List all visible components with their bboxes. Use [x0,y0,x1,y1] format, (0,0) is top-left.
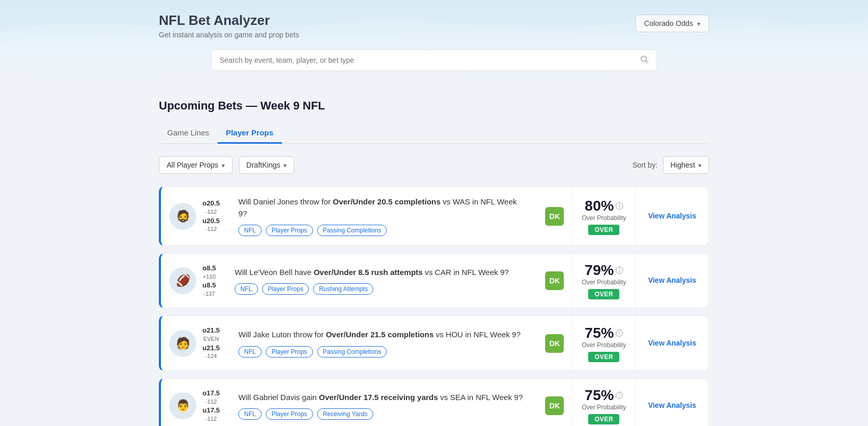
player-avatar: 🧑 [169,330,196,357]
sort-value: Highest [671,161,695,169]
draftkings-icon: DK [545,207,564,226]
player-avatar: 🏈 [169,267,196,294]
view-analysis-button[interactable]: View Analysis [648,211,696,222]
card-probability: 75% i Over Probability OVER [573,325,635,362]
prob-info: 75% i [585,387,623,404]
sportsbook-filter[interactable]: DraftKings [239,156,294,174]
odds-over: o17.5 -112 [202,389,220,405]
prob-info: 75% i [585,325,623,341]
odds-stack: o17.5 -112 u17.5 -112 [202,389,220,422]
view-analysis-button[interactable]: View Analysis [648,338,696,349]
prob-percent: 79% [585,262,614,279]
question-bold: Over/Under 8.5 rush attempts [314,268,423,277]
card-tags: NFLPlayer PropsReceiving Yards [238,408,526,420]
draftkings-icon: DK [545,396,564,415]
tag[interactable]: Player Props [262,283,309,295]
odds-under-line: u20.5 [202,217,220,226]
odds-under: u17.5 -112 [202,406,220,422]
card-action: View Analysis [635,276,709,286]
over-badge: OVER [588,352,619,362]
card-question: Will Daniel Jones throw for Over/Under 2… [238,196,526,219]
filters-left: All Player Props DraftKings [159,156,294,174]
card-question: Will Jake Luton throw for Over/Under 21.… [238,329,526,341]
odds-under-value: -112 [206,225,217,232]
filters-row: All Player Props DraftKings Sort by: Hig… [159,156,709,174]
odds-over: o20.5 -112 [202,199,220,215]
card-tags: NFLPlayer PropsPassing Completions [238,225,526,236]
prob-label: Over Probability [581,341,627,349]
card-left: 👨 o17.5 -112 u17.5 -112 [161,379,228,426]
odds-over-line: o8.5 [202,264,216,273]
question-bold: Over/Under 21.5 completions [326,330,434,339]
card-logo: DK [537,396,572,415]
card-probability: 80% i Over Probability OVER [573,198,635,235]
section-title: Upcoming Bets — Week 9 NFL [159,99,709,113]
odds-stack: o8.5 +110 u8.5 -137 [202,264,216,297]
card-body: Will Le'Veon Bell have Over/Under 8.5 ru… [224,257,537,305]
tag[interactable]: Passing Completions [317,346,387,358]
odds-under-value: -124 [206,352,217,360]
chevron-down-icon [698,161,701,169]
bet-card: 👨 o17.5 -112 u17.5 -112 Will Gabriel Dav… [159,378,709,426]
odds-stack: o20.5 -112 u20.5 -112 [202,199,220,232]
bet-card: 🏈 o8.5 +110 u8.5 -137 Will Le'Veon Bell … [159,253,709,308]
odds-over-value: +110 [203,273,216,280]
tag[interactable]: NFL [238,408,262,420]
prob-info: 80% i [585,198,623,214]
tag[interactable]: NFL [238,225,262,236]
view-analysis-button[interactable]: View Analysis [648,276,696,286]
tag[interactable]: Player Props [266,408,313,420]
info-icon[interactable]: i [616,329,623,337]
tag[interactable]: Player Props [266,346,313,358]
odds-under-value: -112 [206,415,217,422]
prob-percent: 80% [585,198,614,214]
card-probability: 75% i Over Probability OVER [573,387,635,424]
player-props-filter[interactable]: All Player Props [159,156,233,174]
odds-under-value: -137 [204,290,215,297]
tab-game-lines[interactable]: Game Lines [159,123,218,144]
card-tags: NFLPlayer PropsPassing Completions [238,346,526,358]
over-badge: OVER [588,225,619,235]
card-left: 🏈 o8.5 +110 u8.5 -137 [161,254,224,308]
odds-over-value: EVEN [204,335,219,342]
card-action: View Analysis [635,211,709,222]
prob-percent: 75% [585,387,614,404]
prob-percent: 75% [585,325,614,341]
player-avatar: 👨 [169,392,196,419]
odds-over: o8.5 +110 [202,264,216,280]
odds-over-value: -112 [206,208,217,215]
info-icon[interactable]: i [616,267,623,274]
question-bold: Over/Under 20.5 completions [333,197,441,206]
main-content: Upcoming Bets — Week 9 NFL Game Lines Pl… [148,87,720,426]
card-tags: NFLPlayer PropsRushing Attempts [235,283,526,295]
tag[interactable]: NFL [238,346,262,358]
card-logo: DK [537,334,572,353]
info-icon[interactable]: i [616,392,623,399]
tag[interactable]: Rushing Attempts [313,283,373,295]
tag[interactable]: NFL [235,283,258,295]
draftkings-icon: DK [545,271,564,290]
bet-card: 🧔 o20.5 -112 u20.5 -112 Will Daniel Jone… [159,186,709,246]
tabs-container: Game Lines Player Props [159,123,709,144]
view-analysis-button[interactable]: View Analysis [648,401,696,411]
tag[interactable]: Receiving Yards [317,408,373,420]
tab-player-props[interactable]: Player Props [218,123,282,144]
player-props-filter-label: All Player Props [167,161,219,169]
odds-over-line: o21.5 [202,326,220,335]
odds-over-line: o20.5 [202,199,220,208]
card-question: Will Le'Veon Bell have Over/Under 8.5 ru… [235,267,526,279]
prob-label: Over Probability [581,404,627,411]
info-icon[interactable]: i [616,202,623,210]
odds-over: o21.5 EVEN [202,326,220,342]
wave-decoration [0,0,868,62]
sportsbook-filter-label: DraftKings [247,161,280,169]
tag[interactable]: Passing Completions [317,225,387,236]
tag[interactable]: Player Props [266,225,313,236]
odds-stack: o21.5 EVEN u21.5 -124 [202,326,220,360]
prob-label: Over Probability [581,279,627,286]
sort-dropdown[interactable]: Highest [663,156,709,174]
chevron-down-icon [283,161,287,169]
bet-cards-container: 🧔 o20.5 -112 u20.5 -112 Will Daniel Jone… [159,186,709,426]
odds-under: u8.5 -137 [202,281,216,297]
odds-under: u20.5 -112 [202,217,220,233]
